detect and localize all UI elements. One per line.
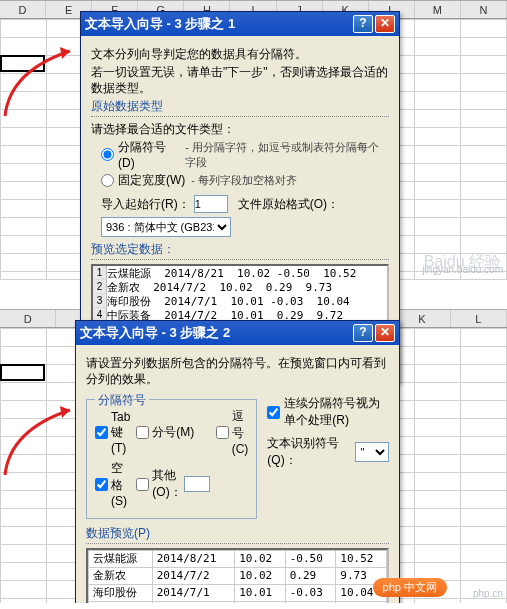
other-label[interactable]: 其他(O)：	[152, 467, 181, 501]
qualifier-dropdown[interactable]: "	[355, 442, 389, 462]
start-row-spinner[interactable]	[194, 195, 228, 213]
intro-text: 请设置分列数据所包含的分隔符号。在预览窗口内可看到分列的效果。	[86, 355, 389, 387]
semicolon-label[interactable]: 分号(M)	[152, 424, 194, 441]
intro-2: 若一切设置无误，请单击"下一步"，否则请选择最合适的数据类型。	[91, 64, 389, 96]
tab-label[interactable]: Tab 键(T)	[111, 410, 130, 455]
comma-label[interactable]: 逗号(C)	[232, 408, 249, 456]
comma-checkbox[interactable]	[216, 426, 229, 439]
preview-box-2: 云煤能源2014/8/2110.02-0.5010.52 金新农2014/7/2…	[86, 548, 389, 603]
merge-label[interactable]: 连续分隔符号视为单个处理(R)	[284, 395, 389, 429]
col-h: D	[0, 1, 46, 18]
wizard-dialog-step2: 文本导入向导 - 3 步骤之 2 ? ✕ 请设置分列数据所包含的分隔符号。在预览…	[75, 320, 400, 603]
tab-checkbox[interactable]	[95, 426, 108, 439]
preview-label2: 数据预览(P)	[86, 525, 389, 541]
selected-cell[interactable]	[0, 364, 45, 381]
fixed-width-desc: - 每列字段加空格对齐	[191, 173, 297, 188]
phpcn-watermark: php.cn	[473, 588, 503, 599]
table-row: 金新农2014/7/210.020.299.73	[89, 568, 387, 585]
row-num: 1	[93, 266, 106, 280]
encoding-dropdown[interactable]: 936 : 简体中文 (GB2312)	[101, 217, 231, 237]
divider	[91, 116, 389, 117]
table-row: 海印股份2014/7/110.01-0.0310.04	[89, 585, 387, 602]
space-checkbox[interactable]	[95, 478, 108, 491]
fixed-width-radio[interactable]	[101, 174, 114, 187]
url-watermark: jingyan.baidu.com	[422, 264, 503, 275]
col-h: K	[394, 310, 450, 327]
divider	[91, 259, 389, 260]
titlebar[interactable]: 文本导入向导 - 3 步骤之 2 ? ✕	[76, 321, 399, 345]
preview-label: 预览选定数据：	[91, 241, 389, 257]
help-icon[interactable]: ?	[353, 324, 373, 342]
intro-1: 文本分列向导判定您的数据具有分隔符。	[91, 46, 389, 62]
table-row: 云煤能源2014/8/2110.02-0.5010.52	[89, 551, 387, 568]
spreadsheet-top: D E F G H I J K L M N 文本导入向导 - 3 步骤之 1 ?…	[0, 0, 507, 279]
row-num: 3	[93, 294, 106, 308]
file-format-label: 文件原始格式(O)：	[238, 196, 339, 213]
php-badge: php 中文网	[373, 578, 447, 597]
title-text: 文本导入向导 - 3 步骤之 1	[85, 15, 351, 33]
fixed-width-label[interactable]: 固定宽度(W)	[118, 172, 185, 189]
close-icon[interactable]: ✕	[375, 15, 395, 33]
titlebar[interactable]: 文本导入向导 - 3 步骤之 1 ? ✕	[81, 12, 399, 36]
other-delim-input[interactable]	[184, 476, 210, 492]
annotation-arrow-1	[0, 41, 90, 121]
space-label[interactable]: 空格(S)	[111, 460, 130, 508]
delimiters-legend: 分隔符号	[95, 392, 149, 409]
delimiters-fieldset: 分隔符号 Tab 键(T) 分号(M) 逗号(C) 空格(S) 其他(O)：	[86, 399, 257, 519]
other-checkbox[interactable]	[136, 478, 149, 491]
start-row-label: 导入起始行(R)：	[101, 196, 190, 213]
title-text: 文本导入向导 - 3 步骤之 2	[80, 324, 351, 342]
orig-type-label: 原始数据类型	[91, 98, 389, 114]
choose-text: 请选择最合适的文件类型：	[91, 121, 389, 137]
preview-lines: 云煤能源 2014/8/21 10.02 -0.50 10.52 金新农 201…	[93, 266, 387, 324]
help-icon[interactable]: ?	[353, 15, 373, 33]
divider	[86, 543, 389, 544]
merge-checkbox[interactable]	[267, 406, 280, 419]
row-num: 2	[93, 280, 106, 294]
close-icon[interactable]: ✕	[375, 324, 395, 342]
delimited-label[interactable]: 分隔符号(D)	[118, 139, 179, 170]
col-h: N	[461, 1, 507, 18]
delimited-radio[interactable]	[101, 148, 114, 161]
col-h: M	[415, 1, 461, 18]
spreadsheet-bottom: D E F G H I J K L 文本导入向导 - 3 步骤之 2 ? ✕ 请…	[0, 309, 507, 603]
qualifier-label: 文本识别符号(Q)：	[267, 435, 351, 469]
preview-table: 云煤能源2014/8/2110.02-0.5010.52 金新农2014/7/2…	[88, 550, 387, 603]
semicolon-checkbox[interactable]	[136, 426, 149, 439]
col-h: D	[0, 310, 56, 327]
table-row: 中际装备2014/7/210.010.299.72	[89, 602, 387, 604]
delimited-desc: - 用分隔字符，如逗号或制表符分隔每个字段	[185, 140, 389, 170]
col-h: L	[451, 310, 507, 327]
